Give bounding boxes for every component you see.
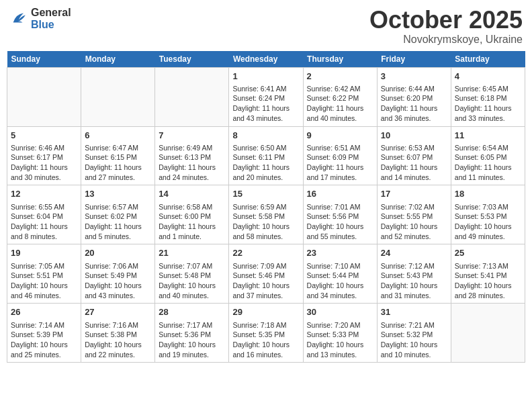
calendar-week-3: 19 Sunrise: 7:05 AM Sunset: 5:51 PM Dayl…	[7, 244, 525, 304]
sunset-text: Sunset: 5:48 PM	[159, 271, 225, 281]
calendar-cell: 3 Sunrise: 6:44 AM Sunset: 6:20 PM Dayli…	[377, 67, 451, 126]
day-info: Sunrise: 6:53 AM Sunset: 6:07 PM Dayligh…	[381, 143, 447, 183]
sunset-text: Sunset: 5:55 PM	[381, 212, 447, 222]
daylight-text: Daylight: 10 hours and 43 minutes.	[85, 281, 151, 300]
sunset-text: Sunset: 5:56 PM	[307, 212, 373, 222]
calendar-cell: 5 Sunrise: 6:46 AM Sunset: 6:17 PM Dayli…	[7, 126, 81, 185]
daylight-text: Daylight: 11 hours and 43 minutes.	[232, 103, 299, 123]
daylight-text: Daylight: 10 hours and 55 minutes.	[307, 222, 373, 241]
sunrise-text: Sunrise: 7:13 AM	[455, 261, 521, 271]
daylight-text: Daylight: 11 hours and 36 minutes.	[381, 103, 447, 123]
sunrise-text: Sunrise: 7:03 AM	[455, 202, 521, 212]
logo-blue: Blue	[31, 19, 54, 30]
calendar-cell: 6 Sunrise: 6:47 AM Sunset: 6:15 PM Dayli…	[81, 126, 155, 185]
day-info: Sunrise: 6:49 AM Sunset: 6:13 PM Dayligh…	[159, 143, 225, 183]
day-info: Sunrise: 7:02 AM Sunset: 5:55 PM Dayligh…	[381, 202, 447, 242]
day-info: Sunrise: 7:13 AM Sunset: 5:41 PM Dayligh…	[455, 261, 521, 301]
header-thursday: Thursday	[303, 51, 377, 68]
calendar-week-2: 12 Sunrise: 6:55 AM Sunset: 6:04 PM Dayl…	[7, 185, 525, 244]
sunrise-text: Sunrise: 6:55 AM	[11, 202, 77, 212]
month-title: October 2025	[369, 7, 523, 34]
day-number: 18	[455, 188, 521, 200]
calendar-week-0: 1 Sunrise: 6:41 AM Sunset: 6:24 PM Dayli…	[7, 67, 525, 126]
calendar-cell: 13 Sunrise: 6:57 AM Sunset: 6:02 PM Dayl…	[81, 185, 155, 244]
logo-icon	[9, 9, 28, 28]
sunset-text: Sunset: 6:02 PM	[85, 212, 151, 222]
day-info: Sunrise: 7:16 AM Sunset: 5:38 PM Dayligh…	[85, 320, 151, 360]
daylight-text: Daylight: 10 hours and 22 minutes.	[85, 340, 151, 359]
calendar-cell: 24 Sunrise: 7:12 AM Sunset: 5:43 PM Dayl…	[377, 244, 451, 304]
day-number: 9	[307, 130, 373, 142]
calendar-cell: 7 Sunrise: 6:49 AM Sunset: 6:13 PM Dayli…	[155, 126, 229, 185]
sunrise-text: Sunrise: 7:10 AM	[307, 261, 373, 271]
daylight-text: Daylight: 10 hours and 37 minutes.	[232, 281, 299, 300]
calendar-cell: 8 Sunrise: 6:50 AM Sunset: 6:11 PM Dayli…	[229, 126, 303, 185]
day-info: Sunrise: 6:54 AM Sunset: 6:05 PM Dayligh…	[455, 143, 521, 183]
calendar-cell	[81, 67, 155, 126]
calendar-cell: 23 Sunrise: 7:10 AM Sunset: 5:44 PM Dayl…	[303, 244, 377, 304]
sunrise-text: Sunrise: 7:06 AM	[85, 261, 151, 271]
daylight-text: Daylight: 11 hours and 11 minutes.	[455, 163, 521, 182]
calendar-cell: 30 Sunrise: 7:20 AM Sunset: 5:33 PM Dayl…	[303, 304, 377, 363]
day-info: Sunrise: 7:05 AM Sunset: 5:51 PM Dayligh…	[11, 261, 77, 301]
calendar-cell: 2 Sunrise: 6:42 AM Sunset: 6:22 PM Dayli…	[303, 67, 377, 126]
calendar-cell: 25 Sunrise: 7:13 AM Sunset: 5:41 PM Dayl…	[451, 244, 525, 304]
sunrise-text: Sunrise: 6:42 AM	[307, 84, 373, 94]
day-number: 31	[381, 306, 447, 318]
sunset-text: Sunset: 5:43 PM	[381, 271, 447, 281]
calendar-cell: 20 Sunrise: 7:06 AM Sunset: 5:49 PM Dayl…	[81, 244, 155, 304]
day-number: 30	[307, 306, 373, 318]
day-number: 4	[455, 71, 521, 83]
day-info: Sunrise: 6:58 AM Sunset: 6:00 PM Dayligh…	[159, 202, 225, 242]
day-info: Sunrise: 6:41 AM Sunset: 6:24 PM Dayligh…	[232, 84, 299, 124]
day-info: Sunrise: 7:07 AM Sunset: 5:48 PM Dayligh…	[159, 261, 225, 301]
day-info: Sunrise: 7:17 AM Sunset: 5:36 PM Dayligh…	[159, 320, 225, 360]
day-info: Sunrise: 6:45 AM Sunset: 6:18 PM Dayligh…	[455, 84, 521, 124]
daylight-text: Daylight: 11 hours and 27 minutes.	[85, 163, 151, 182]
sunrise-text: Sunrise: 6:49 AM	[159, 143, 225, 153]
sunset-text: Sunset: 6:15 PM	[85, 152, 151, 163]
day-number: 16	[307, 188, 373, 200]
sunset-text: Sunset: 6:09 PM	[307, 152, 373, 163]
calendar-cell: 14 Sunrise: 6:58 AM Sunset: 6:00 PM Dayl…	[155, 185, 229, 244]
sunrise-text: Sunrise: 6:57 AM	[85, 202, 151, 212]
daylight-text: Daylight: 10 hours and 52 minutes.	[381, 222, 447, 241]
day-info: Sunrise: 7:01 AM Sunset: 5:56 PM Dayligh…	[307, 202, 373, 242]
header-wednesday: Wednesday	[229, 51, 303, 68]
daylight-text: Daylight: 11 hours and 40 minutes.	[307, 103, 373, 123]
calendar-cell: 16 Sunrise: 7:01 AM Sunset: 5:56 PM Dayl…	[303, 185, 377, 244]
sunrise-text: Sunrise: 6:41 AM	[232, 84, 299, 94]
sunset-text: Sunset: 6:22 PM	[307, 93, 373, 103]
day-number: 24	[381, 247, 447, 259]
calendar-week-1: 5 Sunrise: 6:46 AM Sunset: 6:17 PM Dayli…	[7, 126, 525, 185]
sunrise-text: Sunrise: 7:16 AM	[85, 320, 151, 330]
title-block: October 2025 Novokrymskoye, Ukraine	[369, 7, 523, 46]
daylight-text: Daylight: 10 hours and 19 minutes.	[159, 340, 225, 359]
day-info: Sunrise: 7:14 AM Sunset: 5:39 PM Dayligh…	[11, 320, 77, 360]
sunset-text: Sunset: 6:24 PM	[232, 93, 299, 103]
sunrise-text: Sunrise: 6:46 AM	[11, 143, 77, 153]
calendar-cell	[155, 67, 229, 126]
day-number: 11	[455, 130, 521, 142]
day-number: 19	[11, 247, 77, 259]
calendar-cell	[7, 67, 81, 126]
day-number: 2	[307, 71, 373, 83]
sunset-text: Sunset: 5:49 PM	[85, 271, 151, 281]
sunset-text: Sunset: 6:17 PM	[11, 152, 77, 163]
location: Novokrymskoye, Ukraine	[369, 34, 523, 46]
daylight-text: Daylight: 10 hours and 28 minutes.	[455, 281, 521, 300]
calendar-cell: 4 Sunrise: 6:45 AM Sunset: 6:18 PM Dayli…	[451, 67, 525, 126]
sunset-text: Sunset: 6:13 PM	[159, 152, 225, 163]
sunset-text: Sunset: 5:41 PM	[455, 271, 521, 281]
daylight-text: Daylight: 10 hours and 49 minutes.	[455, 222, 521, 241]
sunset-text: Sunset: 6:07 PM	[381, 152, 447, 163]
sunrise-text: Sunrise: 6:53 AM	[381, 143, 447, 153]
day-info: Sunrise: 7:10 AM Sunset: 5:44 PM Dayligh…	[307, 261, 373, 301]
weekday-header-row: Sunday Monday Tuesday Wednesday Thursday…	[7, 51, 525, 68]
sunset-text: Sunset: 5:32 PM	[381, 330, 447, 340]
sunrise-text: Sunrise: 7:12 AM	[381, 261, 447, 271]
calendar-table: Sunday Monday Tuesday Wednesday Thursday…	[7, 51, 525, 363]
sunset-text: Sunset: 5:36 PM	[159, 330, 225, 340]
logo-general: General	[31, 7, 71, 18]
header-monday: Monday	[81, 51, 155, 68]
